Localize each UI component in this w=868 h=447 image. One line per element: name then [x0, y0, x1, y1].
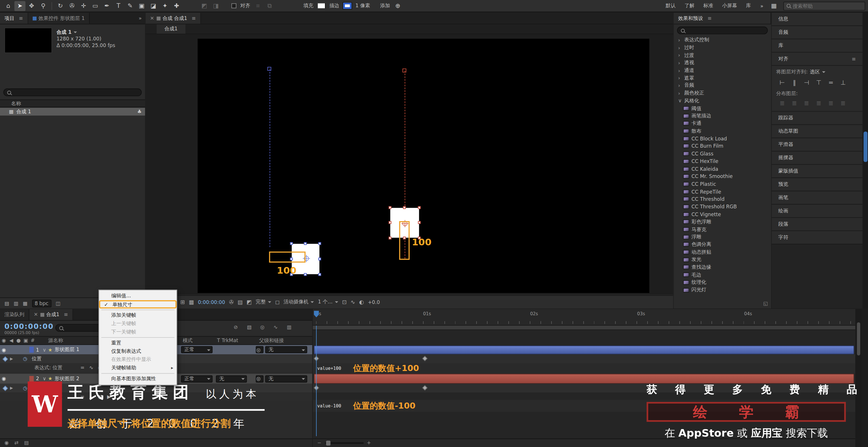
tab-effect-controls[interactable]: 效果控件 形状图层 1 — [28, 13, 90, 24]
panel-resize-icon[interactable]: ◱ — [763, 301, 768, 306]
twirl-open-icon[interactable]: ∨ — [42, 347, 46, 352]
add-icon[interactable]: ⊕ — [392, 1, 403, 11]
align-panel-header[interactable]: 对齐 ≡ — [772, 53, 863, 66]
effect-category[interactable]: › 透视 — [674, 59, 771, 67]
resolution-dropdown[interactable]: 完整 — [256, 299, 271, 306]
twirl-open-icon[interactable]: ∨ — [678, 98, 682, 103]
eraser-tool-icon[interactable]: ◪ — [148, 1, 159, 11]
time-ruler[interactable]: 0s01s02s03s04s — [313, 309, 855, 325]
home-icon[interactable]: ⌂ — [3, 1, 14, 11]
timeline-zoom-slider[interactable] — [324, 442, 363, 444]
brush-tool-icon[interactable]: ✎ — [124, 1, 135, 11]
workspace-tab[interactable]: 了解 — [685, 2, 694, 9]
graph-editor-icon[interactable]: ∿ — [273, 324, 277, 330]
effect-item[interactable]: 毛边 — [674, 271, 771, 279]
new-composition-icon[interactable]: ▦ — [23, 301, 28, 306]
twirl-icon[interactable]: › — [678, 75, 682, 81]
help-search-box[interactable] — [783, 1, 865, 10]
parent-dropdown[interactable]: 无 — [265, 346, 307, 353]
workspace-tab[interactable]: 默认 — [666, 2, 676, 9]
expression-graph-icon[interactable]: ∿ — [87, 365, 96, 371]
panel-menu-icon[interactable]: ≡ — [19, 15, 23, 21]
timeline-scrollbar[interactable] — [856, 309, 861, 447]
effect-item[interactable]: CC Threshold RGB — [674, 203, 771, 210]
keyframe-nav-icon[interactable] — [3, 356, 8, 362]
channels-icon[interactable]: ◩ — [247, 299, 252, 305]
effect-item[interactable]: CC Mr. Smoothie — [674, 173, 771, 180]
collapsed-panel-header[interactable]: 段落 — [772, 218, 863, 231]
menu-item-reset[interactable]: 重置 — [99, 339, 177, 347]
twirl-icon[interactable]: › — [678, 83, 682, 89]
work-area-bar[interactable] — [313, 325, 855, 330]
effect-category-expanded[interactable]: ∨ 风格化 — [674, 97, 771, 105]
distribute-icon[interactable]: ≣ — [776, 99, 788, 107]
effect-item[interactable]: 彩色浮雕 — [674, 218, 771, 226]
pan-behind-tool-icon[interactable]: ✛ — [78, 1, 89, 11]
tab-effects-presets[interactable]: 效果和预设 ≡ — [674, 13, 771, 24]
selection-tool-icon[interactable]: ➤ — [14, 1, 26, 11]
parent-dropdown[interactable]: 无 — [265, 375, 307, 382]
effect-item[interactable]: 画笔描边 — [674, 112, 771, 119]
twirl-icon[interactable]: › — [678, 68, 682, 73]
twirl-icon[interactable]: › — [678, 45, 682, 50]
layer-2-duration-bar[interactable] — [314, 374, 854, 383]
trkmat-column-label[interactable]: T TrkMat — [217, 338, 238, 343]
collapsed-panel-header[interactable]: 平滑器 — [772, 138, 863, 151]
comp-viewer-tab[interactable]: 合成1 — [157, 24, 185, 34]
expression-enable-icon[interactable]: = — [78, 365, 87, 371]
clone-stamp-tool-icon[interactable]: ▣ — [136, 1, 147, 11]
stopwatch-icon[interactable]: ◷ — [23, 356, 27, 362]
zoom-tool-icon[interactable]: ⚲ — [38, 1, 49, 11]
type-tool-icon[interactable]: T — [113, 1, 124, 11]
exposure-icon[interactable]: ◐ — [359, 299, 364, 305]
effect-item[interactable]: 阈值 — [674, 105, 771, 112]
effect-item[interactable]: CC Kaleida — [674, 165, 771, 172]
toggle-switches-icon[interactable]: ⇄ — [14, 440, 18, 446]
camera-dropdown[interactable]: 活动摄像机 — [283, 299, 314, 306]
window-scrollbar[interactable] — [863, 13, 868, 309]
help-search-input[interactable] — [793, 3, 862, 9]
effect-item[interactable]: CC Vignette — [674, 211, 771, 218]
collapsed-panel-header[interactable]: 蒙版插值 — [772, 165, 863, 178]
keyframe-icon[interactable] — [422, 385, 428, 391]
align-icon[interactable]: ⊤ — [813, 79, 825, 87]
effect-item[interactable]: 散布 — [674, 128, 771, 135]
effect-category[interactable]: › 过时 — [674, 44, 771, 51]
eye-icon[interactable]: ◉ — [0, 347, 8, 352]
distribute-icon[interactable]: ≣ — [837, 99, 849, 107]
effect-item[interactable]: CC Glass — [674, 150, 771, 158]
brainstorm-icon[interactable]: ▥ — [287, 324, 291, 330]
menu-item-separate-dimensions[interactable]: ✓ 单独尺寸 — [99, 300, 177, 309]
align-icon[interactable]: ⊣ — [801, 79, 813, 87]
effect-item[interactable]: CC RepeTile — [674, 188, 771, 195]
mask-toggle-icon[interactable]: ▦ — [189, 299, 194, 305]
current-timecode[interactable]: 0:00:00:00 — [4, 322, 54, 331]
rectangle-tool-icon[interactable]: ▭ — [90, 1, 101, 11]
shy-layers-icon[interactable]: ⊘ — [234, 324, 238, 330]
effects-search-input[interactable] — [687, 28, 764, 33]
layer-1-keyframe-row[interactable] — [313, 354, 855, 363]
workspace-tab[interactable]: 小屏幕 — [722, 2, 737, 9]
collapsed-panel-header[interactable]: 库 — [772, 39, 863, 53]
pen-tool-icon[interactable]: ✒ — [101, 1, 112, 11]
snap-option2-icon[interactable]: ⧉ — [264, 1, 275, 11]
show-snapshot-icon[interactable]: ▤ — [238, 299, 243, 305]
label-color-chip[interactable] — [29, 347, 34, 353]
viewer-lock-icon[interactable] — [157, 16, 160, 20]
keyframe-icon[interactable] — [422, 356, 428, 361]
label-color-chip[interactable] — [29, 376, 34, 382]
close-icon[interactable]: ✕ — [150, 15, 154, 21]
tab-overflow-icon[interactable]: » — [135, 13, 145, 24]
puppet-pin-tool-icon[interactable]: ✚ — [171, 1, 182, 11]
stroke-width[interactable]: 1 像素 — [355, 2, 370, 9]
add-label[interactable]: 添加 — [380, 2, 390, 9]
effect-item[interactable]: 马赛克 — [674, 226, 771, 233]
project-search-input[interactable] — [13, 90, 138, 95]
effect-item[interactable]: CC HexTile — [674, 158, 771, 165]
timeline-search-input[interactable] — [65, 325, 99, 331]
twirl-icon[interactable]: › — [678, 60, 682, 66]
motion-blur-icon[interactable]: ◎ — [260, 324, 265, 330]
align-icon[interactable]: ∥ — [788, 79, 800, 87]
panel-menu-icon[interactable]: ≡ — [707, 15, 711, 21]
exposure-value[interactable]: +0.0 — [368, 299, 380, 305]
